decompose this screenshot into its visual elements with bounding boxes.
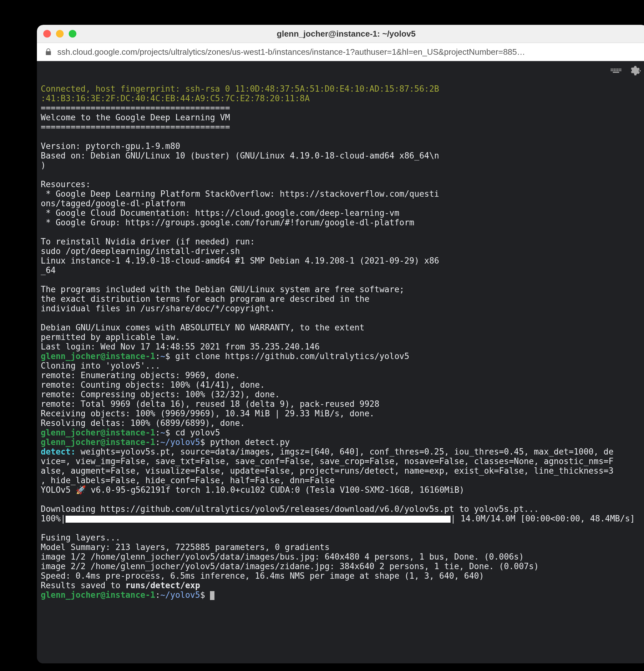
svg-rect-11 [615, 70, 616, 71]
debian-line: The programs included with the Debian GN… [41, 284, 404, 294]
detect-label: detect: [41, 447, 80, 456]
download-line: Downloading https://github.com/ultralyti… [41, 504, 539, 514]
terminal-window: glenn_jocher@instance-1: ~/yolov5 ssh.cl… [37, 25, 644, 663]
svg-rect-4 [615, 68, 616, 69]
linux-line: Linux instance-1 4.19.0-18-cloud-amd64 #… [41, 256, 439, 265]
yolo-banner: YOLOv5 🚀 v6.0-95-g562191f torch 1.10.0+c… [41, 485, 464, 495]
url-text: ssh.cloud.google.com/projects/ultralytic… [57, 47, 525, 57]
prompt-path: ~/yolov5 [160, 590, 200, 600]
image-result: image 1/2 /home/glenn_jocher/yolov5/data… [41, 552, 524, 561]
results-saved: Results saved to [41, 581, 125, 590]
detect-params: weights=yolov5s.pt, source=data/images, … [80, 447, 614, 456]
svg-rect-14 [620, 70, 621, 71]
svg-rect-12 [617, 70, 618, 71]
svg-rect-1 [610, 68, 611, 69]
resource-link: ons/tagged/google-dl-platform [41, 199, 185, 208]
reinstall-line: To reinstall Nvidia driver (if needed) r… [41, 237, 255, 246]
keyboard-icon[interactable] [610, 64, 622, 77]
linux-line: _64 [41, 265, 56, 275]
svg-rect-5 [617, 68, 618, 69]
git-output: Resolving deltas: 100% (6899/6899), done… [41, 418, 245, 428]
welcome-line: Welcome to the Google Deep Learning VM [41, 113, 230, 122]
sudo-line: sudo /opt/deeplearning/install-driver.sh [41, 246, 240, 256]
gear-icon[interactable]: ▾ [629, 64, 642, 77]
resource-link: * Google Group: https://groups.google.co… [41, 218, 414, 227]
svg-rect-15 [613, 72, 619, 73]
prompt-user: glenn_jocher@instance-1 [41, 351, 155, 361]
prompt-user: glenn_jocher@instance-1 [41, 428, 155, 438]
prompt-user: glenn_jocher@instance-1 [41, 438, 155, 447]
based-on-line: Based on: Debian GNU/Linux 10 (buster) (… [41, 151, 439, 161]
fingerprint-line: Connected, host fingerprint: ssh-rsa 0 1… [41, 84, 439, 93]
version-line: Version: pytorch-gpu.1-9.m80 [41, 141, 180, 151]
fingerprint-line: :41:B3:16:3E:2F:DC:40:4C:EB:44:A9:C5:7C:… [41, 93, 310, 103]
debian-line: the exact distribution terms for each pr… [41, 294, 370, 304]
fuse-line: Fusing layers... [41, 533, 125, 542]
speed-line: Speed: 0.4ms pre-process, 6.5ms inferenc… [41, 571, 484, 581]
git-output: remote: Counting objects: 100% (41/41), … [41, 380, 265, 390]
based-on-line: ) [41, 161, 46, 170]
resource-link: * Google Cloud Documentation: https://cl… [41, 208, 399, 218]
detect-params: alse, augment=False, visualize=False, up… [41, 466, 614, 476]
prompt-path: ~ [160, 428, 166, 438]
svg-rect-8 [610, 70, 611, 71]
prompt-user: glenn_jocher@instance-1 [41, 590, 155, 600]
prompt-path: ~/yolov5 [160, 438, 200, 447]
resources-header: Resources: [41, 179, 91, 189]
svg-rect-9 [612, 70, 613, 71]
git-output: remote: Compressing objects: 100% (32/32… [41, 390, 280, 399]
titlebar: glenn_jocher@instance-1: ~/yolov5 [37, 25, 644, 43]
divider-line: ====================================== [41, 103, 230, 113]
lock-icon [44, 48, 52, 56]
resource-link: * Google Deep Learning Platform StackOve… [41, 189, 439, 199]
svg-rect-13 [619, 70, 619, 71]
warranty-line: Debian GNU/Linux comes with ABSOLUTELY N… [41, 323, 364, 332]
progress-tail: | 14.0M/14.0M [00:00<00:00, 48.4MB/s] [451, 514, 635, 523]
warranty-line: permitted by applicable law. [41, 332, 180, 342]
svg-rect-10 [614, 70, 615, 71]
address-bar[interactable]: ssh.cloud.google.com/projects/ultralytic… [37, 43, 644, 61]
model-summary: Model Summary: 213 layers, 7225885 param… [41, 542, 330, 552]
svg-rect-7 [620, 68, 621, 69]
results-path: runs/detect/exp [125, 581, 200, 590]
command: git clone https://github.com/ultralytics… [175, 351, 410, 361]
last-login-line: Last login: Wed Nov 17 14:48:55 2021 fro… [41, 342, 320, 351]
minimize-icon[interactable] [56, 30, 64, 38]
prompt-path: ~ [160, 351, 166, 361]
detect-params: , hide_labels=False, hide_conf=False, ha… [41, 476, 335, 485]
git-output: remote: Total 9969 (delta 16), reused 18… [41, 399, 379, 409]
zoom-icon[interactable] [69, 30, 76, 38]
image-result: image 2/2 /home/glenn_jocher/yolov5/data… [41, 561, 539, 571]
git-output: Receiving objects: 100% (9969/9969), 10.… [41, 409, 374, 418]
command: cd yolov5 [175, 428, 220, 438]
svg-rect-6 [619, 68, 619, 69]
cursor [210, 591, 215, 600]
progress-bar [66, 516, 451, 523]
divider-line: ====================================== [41, 122, 230, 132]
terminal-toolbar: ▾ [610, 64, 642, 77]
window-title: glenn_jocher@instance-1: ~/yolov5 [89, 29, 603, 39]
detect-params: vice=, view_img=False, save_txt=False, s… [41, 456, 614, 466]
progress-pct: 100%| [41, 514, 66, 523]
traffic-lights [43, 30, 76, 38]
command: python detect.py [210, 438, 289, 447]
svg-rect-3 [614, 68, 615, 69]
close-icon[interactable] [43, 30, 51, 38]
terminal-body[interactable]: ▾ Connected, host fingerprint: ssh-rsa 0… [37, 61, 644, 663]
git-output: Cloning into 'yolov5'... [41, 361, 160, 370]
svg-rect-2 [612, 68, 613, 69]
debian-line: individual files in /usr/share/doc/*/cop… [41, 304, 275, 313]
git-output: remote: Enumerating objects: 9969, done. [41, 370, 240, 380]
